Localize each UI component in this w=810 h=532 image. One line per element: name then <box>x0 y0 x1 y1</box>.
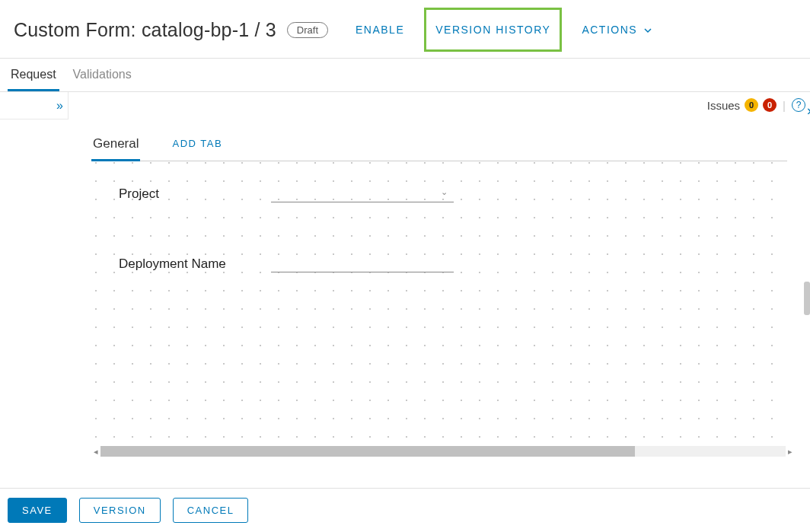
project-label: Project <box>119 186 271 202</box>
enable-button[interactable]: ENABLE <box>349 14 410 45</box>
chevron-down-icon <box>643 26 652 35</box>
tab-validations[interactable]: Validations <box>70 59 135 91</box>
vertical-scroll-thumb[interactable] <box>804 282 810 315</box>
issues-bar: Issues 0 0 | ? <box>69 92 810 118</box>
field-project[interactable]: Project ⌄ <box>119 186 454 202</box>
version-history-button[interactable]: VERSION HISTORY <box>424 8 562 52</box>
help-icon[interactable]: ? <box>792 98 805 112</box>
form-canvas[interactable]: Project ⌄ Deployment Name <box>91 161 787 444</box>
deployment-name-label: Deployment Name <box>119 256 271 272</box>
chevron-down-icon: ⌄ <box>441 187 448 197</box>
horizontal-scrollbar[interactable]: ◂ ▸ <box>91 444 795 458</box>
project-input[interactable] <box>271 186 454 202</box>
actions-label: ACTIONS <box>582 24 637 36</box>
error-count-badge[interactable]: 0 <box>763 98 777 112</box>
add-tab-button[interactable]: ADD TAB <box>171 133 224 161</box>
form-tab-general[interactable]: General <box>91 132 140 161</box>
main-area: Issues 0 0 | ? › General ADD TAB Project… <box>69 92 810 492</box>
warning-count-badge[interactable]: 0 <box>745 98 758 112</box>
divider: | <box>783 99 786 112</box>
scroll-track[interactable] <box>100 446 786 457</box>
deployment-name-input[interactable] <box>271 256 454 272</box>
expand-right-icon[interactable]: › <box>807 103 810 119</box>
left-panel-collapsed: » <box>0 92 69 119</box>
version-button[interactable]: VERSION <box>79 498 161 523</box>
save-button[interactable]: SAVE <box>8 498 67 523</box>
field-deployment-name[interactable]: Deployment Name <box>119 256 454 272</box>
header-actions: ENABLE VERSION HISTORY ACTIONS <box>349 14 659 46</box>
tab-request[interactable]: Request <box>8 59 59 91</box>
scroll-right-icon[interactable]: ▸ <box>786 447 795 457</box>
expand-left-icon[interactable]: » <box>56 99 63 113</box>
project-select[interactable]: ⌄ <box>271 186 454 202</box>
cancel-button[interactable]: CANCEL <box>173 498 249 523</box>
page-title: Custom Form: catalog-bp-1 / 3 <box>14 19 276 41</box>
actions-menu[interactable]: ACTIONS <box>576 14 658 45</box>
footer: SAVE VERSION CANCEL <box>0 488 810 532</box>
page-header: Custom Form: catalog-bp-1 / 3 Draft ENAB… <box>0 0 810 59</box>
scroll-thumb[interactable] <box>100 446 635 457</box>
workspace: » Issues 0 0 | ? › General ADD TAB Proje… <box>0 92 810 492</box>
issues-label: Issues <box>707 99 740 112</box>
scroll-left-icon[interactable]: ◂ <box>91 447 100 457</box>
canvas-wrap: Project ⌄ Deployment Name <box>91 161 787 444</box>
status-badge: Draft <box>287 22 328 38</box>
form-tabs: General ADD TAB <box>91 132 787 161</box>
main-tabs: Request Validations <box>0 59 810 92</box>
